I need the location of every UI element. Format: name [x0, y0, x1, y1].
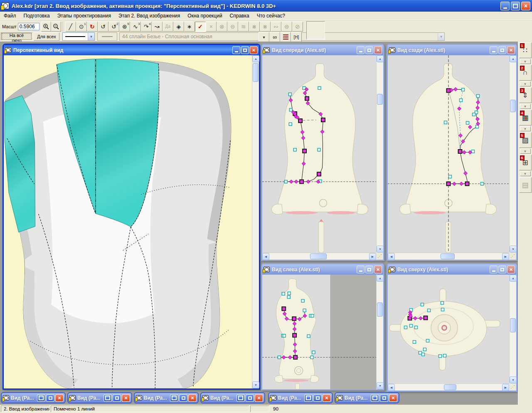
close-icon[interactable]: ×: [122, 394, 130, 402]
scroll-down-icon[interactable]: ▼: [252, 381, 259, 388]
scrollbar-thumb[interactable]: [253, 63, 259, 82]
diamond-node-tool[interactable]: ◈: [173, 22, 184, 32]
window-left-titlebar[interactable]: Вид слева (Alex.stl) ×: [262, 264, 383, 275]
close-icon[interactable]: ×: [55, 394, 64, 402]
maximize-button[interactable]: [113, 394, 121, 402]
scroll-left-icon[interactable]: ◀: [388, 253, 395, 260]
front-viewport[interactable]: [262, 55, 376, 253]
resize-grip[interactable]: ⋰: [509, 384, 516, 391]
maximize-button[interactable]: [380, 394, 388, 402]
spline-nodes-tool[interactable]: ⊛5: [119, 22, 130, 32]
scroll-right-icon[interactable]: ▶: [369, 253, 376, 260]
scroll-left-icon[interactable]: ◀: [262, 253, 269, 260]
left-viewport[interactable]: [262, 275, 376, 389]
zoom-in-button[interactable]: [41, 22, 51, 32]
for-all-button[interactable]: Для всех: [34, 32, 59, 41]
menu-item[interactable]: Окна проекций: [184, 12, 226, 20]
scrollbar-thumb[interactable]: [441, 253, 455, 259]
scroll-up-icon[interactable]: ▲: [510, 275, 517, 282]
vertical-scrollbar[interactable]: ▲ ▼: [252, 55, 259, 388]
scrollbar-thumb[interactable]: [444, 384, 456, 390]
side-hatch-tool[interactable]: ▨5: [519, 132, 532, 148]
scroll-right-icon[interactable]: ▶: [502, 253, 509, 260]
minimized-window-tab[interactable]: Вид (Ра...×: [268, 392, 333, 403]
scroll-up-icon[interactable]: ▲: [252, 55, 259, 62]
side-dropdown-arrow[interactable]: ▼: [520, 126, 531, 131]
minimized-window-tab[interactable]: Вид (Ра...×: [1, 392, 66, 403]
scroll-down-icon[interactable]: ▼: [377, 382, 384, 389]
scrollbar-thumb[interactable]: [510, 318, 516, 332]
scrollbar-thumb[interactable]: [310, 253, 327, 259]
scroll-up-icon[interactable]: ▲: [510, 55, 517, 62]
menu-item[interactable]: Что сейчас?: [253, 12, 289, 20]
minimize-button[interactable]: [500, 2, 510, 10]
vertical-scrollbar[interactable]: ▲ ▼: [509, 275, 516, 384]
menu-item[interactable]: Этап 2. Ввод изображения: [115, 12, 184, 20]
close-icon[interactable]: ×: [255, 394, 263, 402]
scroll-up-icon[interactable]: ▲: [377, 55, 384, 62]
resize-grip[interactable]: ⋰: [376, 253, 383, 260]
brackets-h-tool[interactable]: [H]: [291, 32, 302, 42]
maximize-button[interactable]: [313, 394, 322, 402]
minimize-button[interactable]: [490, 266, 498, 273]
window-top-titlebar[interactable]: Вид сверху (Alex.stl) ×: [388, 264, 516, 275]
spline-circle-tool[interactable]: ⊙1: [76, 22, 87, 32]
side-dropdown-arrow[interactable]: ▼: [520, 171, 531, 176]
maximize-button[interactable]: [365, 266, 373, 273]
scroll-down-icon[interactable]: ▼: [510, 246, 517, 253]
layer-order-tool[interactable]: [280, 32, 291, 42]
minimize-button[interactable]: [357, 266, 365, 273]
menu-item[interactable]: Подготовка: [20, 12, 54, 20]
scale-input[interactable]: [18, 23, 39, 30]
vertical-scrollbar[interactable]: ▲ ▼: [376, 55, 383, 253]
minimized-window-tab[interactable]: Вид (Ра...×: [335, 392, 399, 403]
more-tools-dropdown[interactable]: ▾: [259, 32, 269, 42]
scrollbar-thumb[interactable]: [377, 94, 383, 105]
horizontal-scrollbar[interactable]: ◀ ▶: [262, 253, 376, 260]
scrollbar-thumb[interactable]: [377, 302, 383, 317]
close-icon[interactable]: ×: [507, 266, 515, 273]
maximize-button[interactable]: [241, 46, 249, 54]
spline-rotate-ccw-tool[interactable]: ↺: [98, 22, 108, 32]
side-dropdown-arrow[interactable]: ▼: [520, 59, 531, 64]
restore-button[interactable]: [236, 394, 245, 402]
side-measure-tool[interactable]: ⇕3: [519, 87, 532, 103]
scroll-down-icon[interactable]: ▼: [377, 246, 384, 253]
maximize-button[interactable]: [46, 394, 54, 402]
resize-grip[interactable]: ⋰: [509, 253, 516, 260]
line-tool[interactable]: ╱: [65, 22, 76, 32]
side-layout-tool[interactable]: ⊞6: [519, 155, 532, 170]
spline-rotate-cw-tool[interactable]: ↻: [87, 22, 98, 32]
scroll-down-icon[interactable]: ▼: [510, 376, 517, 384]
minimized-window-tab[interactable]: Вид (Ра...×: [134, 392, 199, 403]
close-button[interactable]: ×: [521, 2, 530, 10]
maximize-button[interactable]: [246, 394, 254, 402]
side-dropdown-arrow[interactable]: ▼: [520, 81, 531, 86]
scroll-right-icon[interactable]: ▶: [502, 384, 509, 391]
menu-item[interactable]: Этапы проектирования: [54, 12, 115, 20]
line-style-combo[interactable]: ▼: [62, 32, 95, 41]
close-icon[interactable]: ×: [250, 46, 258, 54]
restore-button[interactable]: [371, 394, 379, 402]
window-front-titlebar[interactable]: Вид спереди (Alex.stl) ×: [262, 45, 383, 55]
minimize-button[interactable]: [232, 46, 240, 54]
minimize-button[interactable]: [490, 46, 498, 54]
mark-check-tool[interactable]: ✓: [195, 22, 206, 32]
close-icon[interactable]: ×: [188, 394, 197, 402]
restore-button[interactable]: [511, 2, 520, 10]
menu-item[interactable]: Файл: [0, 12, 20, 20]
perspective-viewport[interactable]: [4, 55, 252, 388]
back-viewport[interactable]: [388, 55, 509, 253]
maximize-button[interactable]: [498, 266, 506, 273]
side-dome-tool[interactable]: ∩2: [519, 65, 532, 81]
maximize-button[interactable]: [365, 46, 373, 54]
horizontal-scrollbar[interactable]: ◀ ▶: [388, 384, 509, 391]
glasses-view-tool[interactable]: ∞: [269, 32, 280, 42]
spline-rotate-2-tool[interactable]: ↺2: [108, 22, 119, 32]
horizontal-scrollbar[interactable]: ◀ ▶: [388, 253, 509, 260]
zoom-out-button[interactable]: [51, 22, 61, 32]
restore-button[interactable]: [304, 394, 313, 402]
vertical-scrollbar[interactable]: ▲ ▼: [509, 55, 516, 253]
top-viewport[interactable]: [388, 275, 509, 384]
side-table-tool[interactable]: ▦4: [519, 110, 532, 125]
